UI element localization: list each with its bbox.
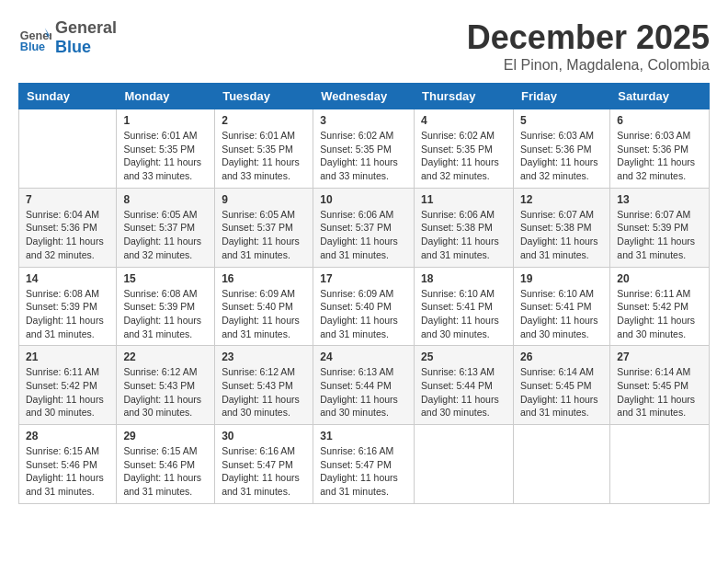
calendar-cell: 2Sunrise: 6:01 AM Sunset: 5:35 PM Daylig… (215, 109, 313, 189)
day-number: 18 (421, 272, 506, 285)
day-info: Sunrise: 6:16 AM Sunset: 5:47 PM Dayligh… (222, 444, 306, 499)
header-day-saturday: Saturday (610, 84, 710, 109)
day-info: Sunrise: 6:05 AM Sunset: 5:37 PM Dayligh… (222, 208, 306, 262)
day-number: 14 (26, 272, 109, 285)
day-info: Sunrise: 6:06 AM Sunset: 5:37 PM Dayligh… (320, 208, 407, 262)
day-number: 17 (320, 272, 407, 285)
calendar-cell: 18Sunrise: 6:10 AM Sunset: 5:41 PM Dayli… (415, 267, 514, 346)
calendar-cell: 24Sunrise: 6:13 AM Sunset: 5:44 PM Dayli… (313, 346, 415, 425)
day-number: 22 (123, 350, 208, 363)
week-row-1: 1Sunrise: 6:01 AM Sunset: 5:35 PM Daylig… (19, 109, 710, 189)
day-info: Sunrise: 6:08 AM Sunset: 5:39 PM Dayligh… (123, 287, 208, 341)
day-number: 12 (520, 193, 603, 206)
day-info: Sunrise: 6:01 AM Sunset: 5:35 PM Dayligh… (123, 129, 208, 183)
week-row-5: 28Sunrise: 6:15 AM Sunset: 5:46 PM Dayli… (19, 425, 710, 504)
day-number: 9 (222, 193, 306, 206)
day-number: 1 (123, 114, 208, 127)
day-info: Sunrise: 6:02 AM Sunset: 5:35 PM Dayligh… (320, 129, 407, 183)
day-info: Sunrise: 6:09 AM Sunset: 5:40 PM Dayligh… (320, 287, 407, 341)
day-number: 25 (421, 350, 506, 363)
day-info: Sunrise: 6:11 AM Sunset: 5:42 PM Dayligh… (26, 365, 109, 419)
calendar-cell (610, 425, 710, 504)
calendar-cell: 27Sunrise: 6:14 AM Sunset: 5:45 PM Dayli… (610, 346, 710, 425)
day-number: 24 (320, 350, 407, 363)
day-info: Sunrise: 6:02 AM Sunset: 5:35 PM Dayligh… (421, 129, 506, 183)
calendar-cell: 13Sunrise: 6:07 AM Sunset: 5:39 PM Dayli… (610, 188, 710, 267)
day-number: 16 (222, 272, 306, 285)
day-number: 19 (520, 272, 603, 285)
header-day-thursday: Thursday (415, 84, 514, 109)
day-info: Sunrise: 6:13 AM Sunset: 5:44 PM Dayligh… (320, 365, 407, 419)
calendar-cell: 29Sunrise: 6:15 AM Sunset: 5:46 PM Dayli… (117, 425, 215, 504)
calendar-cell: 10Sunrise: 6:06 AM Sunset: 5:37 PM Dayli… (313, 188, 415, 267)
day-number: 29 (123, 430, 208, 442)
header-day-monday: Monday (117, 84, 215, 109)
calendar-cell: 3Sunrise: 6:02 AM Sunset: 5:35 PM Daylig… (313, 109, 415, 189)
calendar-cell: 17Sunrise: 6:09 AM Sunset: 5:40 PM Dayli… (313, 267, 415, 346)
day-number: 13 (617, 193, 702, 206)
calendar-cell: 9Sunrise: 6:05 AM Sunset: 5:37 PM Daylig… (215, 188, 313, 267)
page-header: General Blue General Blue December 2025 … (18, 18, 710, 74)
day-info: Sunrise: 6:15 AM Sunset: 5:46 PM Dayligh… (26, 444, 109, 499)
title-area: December 2025 El Pinon, Magdalena, Colom… (467, 18, 710, 74)
day-info: Sunrise: 6:15 AM Sunset: 5:46 PM Dayligh… (123, 444, 208, 499)
day-info: Sunrise: 6:12 AM Sunset: 5:43 PM Dayligh… (222, 365, 306, 419)
calendar-cell: 15Sunrise: 6:08 AM Sunset: 5:39 PM Dayli… (117, 267, 215, 346)
day-info: Sunrise: 6:11 AM Sunset: 5:42 PM Dayligh… (617, 287, 702, 341)
day-number: 20 (617, 272, 702, 285)
day-info: Sunrise: 6:04 AM Sunset: 5:36 PM Dayligh… (26, 208, 109, 262)
day-number: 26 (520, 350, 603, 363)
calendar-cell (513, 425, 609, 504)
day-number: 7 (26, 193, 109, 206)
calendar-cell: 28Sunrise: 6:15 AM Sunset: 5:46 PM Dayli… (19, 425, 117, 504)
day-number: 2 (222, 114, 306, 127)
calendar-cell: 1Sunrise: 6:01 AM Sunset: 5:35 PM Daylig… (117, 109, 215, 189)
calendar-table: SundayMondayTuesdayWednesdayThursdayFrid… (18, 83, 710, 504)
header-day-tuesday: Tuesday (215, 84, 313, 109)
calendar-cell: 8Sunrise: 6:05 AM Sunset: 5:37 PM Daylig… (117, 188, 215, 267)
day-info: Sunrise: 6:13 AM Sunset: 5:44 PM Dayligh… (421, 365, 506, 419)
day-number: 23 (222, 350, 306, 363)
day-number: 4 (421, 114, 506, 127)
calendar-cell (19, 109, 117, 189)
day-number: 8 (123, 193, 208, 206)
calendar-cell: 6Sunrise: 6:03 AM Sunset: 5:36 PM Daylig… (610, 109, 710, 189)
calendar-body: 1Sunrise: 6:01 AM Sunset: 5:35 PM Daylig… (19, 109, 710, 504)
day-info: Sunrise: 6:12 AM Sunset: 5:43 PM Dayligh… (123, 365, 208, 419)
calendar-cell: 11Sunrise: 6:06 AM Sunset: 5:38 PM Dayli… (415, 188, 514, 267)
calendar-cell: 16Sunrise: 6:09 AM Sunset: 5:40 PM Dayli… (215, 267, 313, 346)
day-info: Sunrise: 6:08 AM Sunset: 5:39 PM Dayligh… (26, 287, 109, 341)
day-info: Sunrise: 6:07 AM Sunset: 5:38 PM Dayligh… (520, 208, 603, 262)
svg-text:Blue: Blue (20, 40, 45, 53)
day-info: Sunrise: 6:10 AM Sunset: 5:41 PM Dayligh… (520, 287, 603, 341)
calendar-cell: 12Sunrise: 6:07 AM Sunset: 5:38 PM Dayli… (513, 188, 609, 267)
day-info: Sunrise: 6:07 AM Sunset: 5:39 PM Dayligh… (617, 208, 702, 262)
day-number: 15 (123, 272, 208, 285)
day-info: Sunrise: 6:14 AM Sunset: 5:45 PM Dayligh… (520, 365, 603, 419)
week-row-2: 7Sunrise: 6:04 AM Sunset: 5:36 PM Daylig… (19, 188, 710, 267)
day-number: 11 (421, 193, 506, 206)
day-info: Sunrise: 6:09 AM Sunset: 5:40 PM Dayligh… (222, 287, 306, 341)
day-number: 5 (520, 114, 603, 127)
day-info: Sunrise: 6:14 AM Sunset: 5:45 PM Dayligh… (617, 365, 702, 419)
calendar-cell: 31Sunrise: 6:16 AM Sunset: 5:47 PM Dayli… (313, 425, 415, 504)
calendar-cell: 19Sunrise: 6:10 AM Sunset: 5:41 PM Dayli… (513, 267, 609, 346)
day-info: Sunrise: 6:16 AM Sunset: 5:47 PM Dayligh… (320, 444, 407, 499)
week-row-4: 21Sunrise: 6:11 AM Sunset: 5:42 PM Dayli… (19, 346, 710, 425)
calendar-cell: 21Sunrise: 6:11 AM Sunset: 5:42 PM Dayli… (19, 346, 117, 425)
day-info: Sunrise: 6:05 AM Sunset: 5:37 PM Dayligh… (123, 208, 208, 262)
day-number: 6 (617, 114, 702, 127)
day-info: Sunrise: 6:06 AM Sunset: 5:38 PM Dayligh… (421, 208, 506, 262)
week-row-3: 14Sunrise: 6:08 AM Sunset: 5:39 PM Dayli… (19, 267, 710, 346)
header-day-sunday: Sunday (19, 84, 117, 109)
calendar-cell: 5Sunrise: 6:03 AM Sunset: 5:36 PM Daylig… (513, 109, 609, 189)
day-number: 31 (320, 430, 407, 442)
calendar-cell: 14Sunrise: 6:08 AM Sunset: 5:39 PM Dayli… (19, 267, 117, 346)
header-row: SundayMondayTuesdayWednesdayThursdayFrid… (19, 84, 710, 109)
calendar-cell: 7Sunrise: 6:04 AM Sunset: 5:36 PM Daylig… (19, 188, 117, 267)
day-number: 27 (617, 350, 702, 363)
location-text: El Pinon, Magdalena, Colombia (467, 57, 710, 74)
logo-blue-text: Blue (55, 38, 91, 56)
day-number: 10 (320, 193, 407, 206)
day-info: Sunrise: 6:01 AM Sunset: 5:35 PM Dayligh… (222, 129, 306, 183)
